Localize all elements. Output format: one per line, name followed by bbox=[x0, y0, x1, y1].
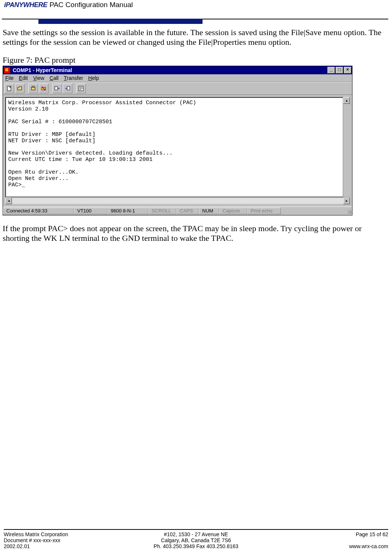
scroll-right-icon[interactable]: ▸ bbox=[343, 198, 350, 204]
svg-rect-4 bbox=[55, 87, 57, 90]
send-icon[interactable] bbox=[52, 84, 62, 93]
page-footer: Wireless Matrix Corporation Document # x… bbox=[4, 529, 388, 549]
new-icon[interactable] bbox=[4, 84, 14, 93]
status-emulation: VT100 bbox=[74, 208, 107, 214]
menu-file[interactable]: File bbox=[5, 75, 14, 81]
footer-document: Document # xxx-xxx-xxx bbox=[4, 537, 150, 543]
receive-icon[interactable] bbox=[63, 84, 72, 93]
window-titlebar[interactable]: COMP1 - HyperTerminal _ □ × bbox=[3, 66, 352, 74]
connect-icon[interactable] bbox=[28, 84, 38, 93]
resize-grip-icon[interactable] bbox=[345, 208, 352, 214]
minimize-button[interactable]: _ bbox=[327, 67, 335, 74]
footer-page: Page 15 of 62 bbox=[242, 531, 388, 537]
menu-call[interactable]: Call bbox=[50, 75, 59, 81]
maximize-button[interactable]: □ bbox=[336, 67, 343, 74]
status-scroll: SCROLL bbox=[148, 208, 176, 214]
footer-address1: #102, 1530 - 27 Avenue NE bbox=[154, 531, 238, 537]
footer-date: 2002.02.01 bbox=[4, 543, 150, 549]
footer-address2: Calgary, AB, Canada T2E 7S6 bbox=[154, 537, 238, 543]
paragraph-2: If the prompt PAC> does not appear on th… bbox=[3, 224, 387, 243]
status-bar: Connected 4:59:33 VT100 9600 8-N-1 SCROL… bbox=[3, 206, 352, 215]
page-header: iPANYWHERE PAC Configuration Manual bbox=[2, 0, 388, 10]
app-icon bbox=[4, 67, 10, 74]
scroll-left-icon[interactable]: ◂ bbox=[5, 198, 12, 204]
status-caps: CAPS bbox=[176, 208, 199, 214]
hyperterminal-window: COMP1 - HyperTerminal _ □ × File Edit Vi… bbox=[3, 66, 352, 215]
status-settings: 9600 8-N-1 bbox=[107, 208, 148, 214]
horizontal-scrollbar[interactable]: ◂ ▸ bbox=[5, 197, 350, 204]
logo: iPANYWHERE bbox=[4, 1, 47, 9]
manual-title: PAC Configuration Manual bbox=[50, 1, 133, 9]
menu-bar: File Edit View Call Transfer Help bbox=[3, 74, 352, 82]
terminal-text: Wireless Matrix Corp. Processor Assisted… bbox=[8, 100, 347, 189]
properties-icon[interactable] bbox=[76, 84, 86, 93]
svg-rect-1 bbox=[31, 87, 35, 90]
svg-rect-5 bbox=[67, 87, 70, 90]
menu-view[interactable]: View bbox=[33, 75, 44, 81]
terminal-area[interactable]: Wireless Matrix Corp. Processor Assisted… bbox=[5, 97, 350, 197]
vertical-scrollbar[interactable]: ▴ bbox=[343, 97, 350, 197]
window-title: COMP1 - HyperTerminal bbox=[13, 67, 327, 73]
open-icon[interactable] bbox=[15, 84, 25, 93]
menu-edit[interactable]: Edit bbox=[19, 75, 28, 81]
footer-company: Wireless Matrix Corporation bbox=[4, 531, 150, 537]
paragraph-1: Save the settings so the session is avai… bbox=[3, 28, 387, 47]
disconnect-icon[interactable] bbox=[39, 84, 48, 93]
toolbar bbox=[3, 82, 352, 95]
status-connected: Connected 4:59:33 bbox=[3, 208, 74, 214]
status-capture: Capture bbox=[219, 208, 247, 214]
menu-help[interactable]: Help bbox=[88, 75, 99, 81]
footer-url: www.wrx-ca.com bbox=[242, 543, 388, 549]
footer-phone: Ph. 403.250.3949 Fax 403.250.8163 bbox=[154, 543, 238, 549]
status-print-echo: Print echo bbox=[247, 208, 281, 214]
menu-transfer[interactable]: Transfer bbox=[64, 75, 83, 81]
header-rule bbox=[2, 19, 388, 19]
close-button[interactable]: × bbox=[344, 67, 351, 74]
status-num: NUM bbox=[199, 208, 219, 214]
scroll-up-icon[interactable]: ▴ bbox=[343, 97, 350, 104]
figure-caption: Figure 7: PAC prompt bbox=[3, 55, 388, 65]
